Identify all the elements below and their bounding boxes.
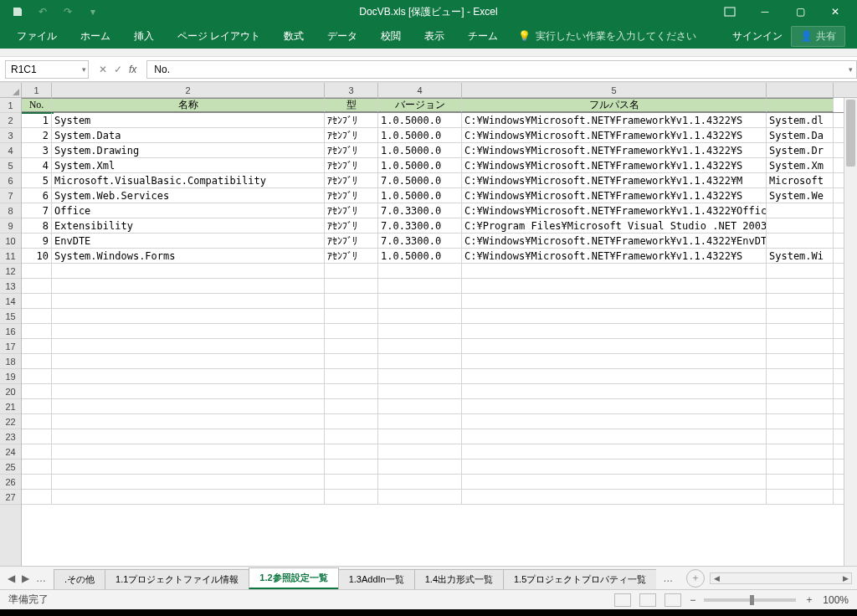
cell[interactable]	[767, 354, 834, 368]
cell[interactable]	[378, 459, 462, 474]
col-header[interactable]: 2	[52, 83, 325, 97]
cell[interactable]	[767, 490, 834, 504]
minimize-icon[interactable]: ─	[748, 2, 782, 22]
row-header[interactable]: 23	[0, 429, 21, 444]
col-header[interactable]	[767, 83, 834, 97]
cell[interactable]	[462, 309, 767, 323]
cell[interactable]	[767, 369, 834, 383]
cell[interactable]: C:¥Windows¥Microsoft.NET¥Framework¥v1.1.…	[462, 173, 767, 187]
cell[interactable]	[378, 414, 462, 429]
cell[interactable]	[378, 384, 462, 398]
cell[interactable]: 5	[22, 173, 52, 187]
page-break-view-icon[interactable]	[665, 593, 681, 607]
normal-view-icon[interactable]	[614, 593, 631, 607]
cell[interactable]	[52, 324, 325, 338]
fx-icon[interactable]: fx	[129, 64, 136, 75]
col-header[interactable]: 4	[378, 83, 462, 97]
cell[interactable]	[22, 444, 52, 459]
cell[interactable]: バージョン	[378, 98, 462, 112]
ribbon-tab[interactable]: ホーム	[69, 23, 122, 49]
cell[interactable]	[22, 429, 52, 444]
cell[interactable]	[52, 279, 325, 293]
row-header[interactable]: 16	[0, 324, 21, 339]
ribbon-tab[interactable]: データ	[316, 23, 369, 49]
sheet-tab[interactable]: 1.1プロジェクトファイル情報	[105, 569, 249, 589]
cell[interactable]	[325, 309, 378, 323]
cell[interactable]	[325, 324, 378, 338]
scrollbar-thumb[interactable]	[846, 100, 855, 167]
cell[interactable]	[462, 490, 767, 504]
cell[interactable]	[52, 384, 325, 398]
row-header[interactable]: 24	[0, 444, 21, 459]
cell[interactable]	[325, 264, 378, 278]
cell[interactable]	[378, 354, 462, 368]
row-header[interactable]: 27	[0, 490, 21, 505]
cell[interactable]	[22, 294, 52, 308]
row-header[interactable]: 10	[0, 234, 21, 249]
expand-formula-icon[interactable]: ▾	[849, 65, 853, 74]
row-header[interactable]: 11	[0, 249, 21, 264]
cell[interactable]: Microsoft.VisualBasic.Compatibility	[52, 173, 325, 187]
cell[interactable]	[22, 354, 52, 368]
formula-input[interactable]: No.▾	[146, 60, 857, 79]
cell[interactable]	[22, 414, 52, 429]
cell[interactable]: ｱｾﾝﾌﾞﾘ	[325, 173, 378, 187]
col-header[interactable]: 1	[22, 83, 52, 97]
cell[interactable]	[462, 384, 767, 398]
cell[interactable]: 3	[22, 143, 52, 157]
zoom-level[interactable]: 100%	[823, 594, 849, 606]
cell[interactable]: Office	[52, 203, 325, 218]
cell[interactable]: ｱｾﾝﾌﾞﾘ	[325, 128, 378, 142]
cell[interactable]	[378, 429, 462, 444]
cell[interactable]	[22, 475, 52, 489]
cell[interactable]: ｱｾﾝﾌﾞﾘ	[325, 188, 378, 203]
cell[interactable]	[462, 475, 767, 489]
cell[interactable]: System.We	[767, 188, 834, 203]
cell[interactable]	[767, 459, 834, 474]
cell[interactable]: 1.0.5000.0	[378, 188, 462, 203]
ribbon-tab[interactable]: 校閲	[369, 23, 413, 49]
cell[interactable]	[462, 459, 767, 474]
row-header[interactable]: 1	[0, 98, 21, 113]
cell[interactable]	[52, 354, 325, 368]
cell[interactable]	[378, 264, 462, 278]
sheet-nav-next-icon[interactable]: ▶	[19, 572, 32, 584]
cell[interactable]	[22, 309, 52, 323]
cell[interactable]: 9	[22, 234, 52, 248]
cell[interactable]	[52, 414, 325, 429]
cell[interactable]	[22, 369, 52, 383]
chevron-down-icon[interactable]: ▾	[82, 65, 86, 74]
cell[interactable]: System.Data	[52, 128, 325, 142]
row-header[interactable]: 12	[0, 264, 21, 279]
cell[interactable]	[767, 294, 834, 308]
cell[interactable]	[767, 384, 834, 398]
cancel-icon[interactable]: ✕	[99, 64, 107, 75]
sheet-tab[interactable]: 1.2参照設定一覧	[249, 567, 338, 589]
undo-icon[interactable]: ↶	[33, 3, 52, 21]
cell[interactable]	[462, 369, 767, 383]
cell[interactable]: System.Dr	[767, 143, 834, 157]
cell[interactable]: 1	[22, 113, 52, 127]
zoom-out-icon[interactable]: −	[690, 594, 695, 606]
save-icon[interactable]	[8, 3, 27, 21]
cell[interactable]	[22, 490, 52, 504]
vertical-scrollbar[interactable]	[844, 98, 857, 566]
row-header[interactable]: 14	[0, 294, 21, 309]
cell[interactable]	[325, 414, 378, 429]
sheet-tab[interactable]: .その他	[54, 569, 105, 589]
cell[interactable]: System.Xm	[767, 158, 834, 172]
cell[interactable]	[462, 444, 767, 459]
cell[interactable]	[462, 414, 767, 429]
ribbon-tab[interactable]: 挿入	[122, 23, 166, 49]
maximize-icon[interactable]: ▢	[783, 2, 817, 22]
cell[interactable]: 1.0.5000.0	[378, 249, 462, 263]
zoom-in-icon[interactable]: ＋	[804, 593, 814, 607]
cell[interactable]: ｱｾﾝﾌﾞﾘ	[325, 113, 378, 127]
cell[interactable]: 1.0.5000.0	[378, 113, 462, 127]
ribbon-tab[interactable]: チーム	[456, 23, 510, 49]
row-header[interactable]: 22	[0, 414, 21, 429]
cell[interactable]	[767, 203, 834, 218]
cell[interactable]	[325, 384, 378, 398]
cell[interactable]	[378, 279, 462, 293]
cell[interactable]	[52, 294, 325, 308]
